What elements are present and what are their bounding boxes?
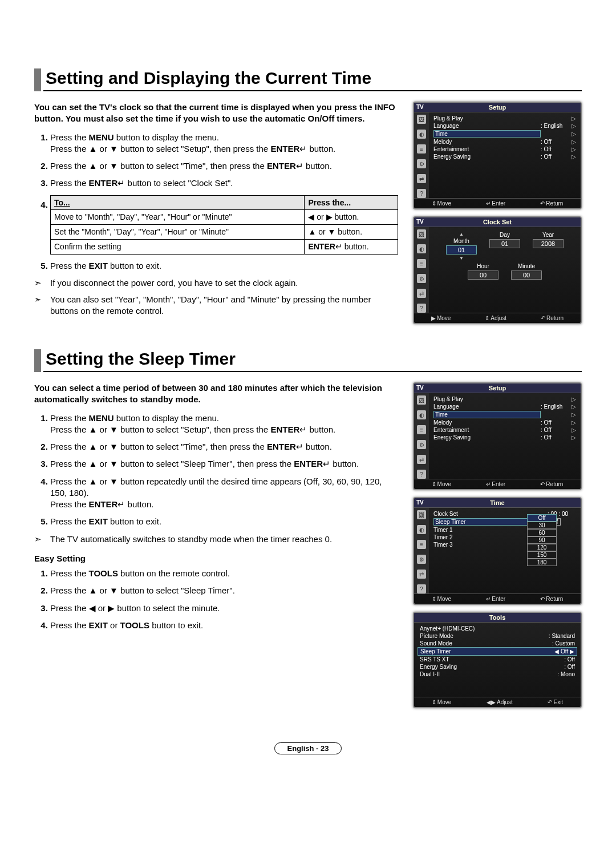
osd-setup-title: Setup xyxy=(414,103,581,112)
easy4-exit: EXIT xyxy=(89,620,108,630)
easy1-tools: TOOLS xyxy=(89,568,118,578)
channel-icon: ≡ xyxy=(417,425,426,434)
osd-tools-list: Anynet+ (HDMI-CEC)Picture Mode: Standard… xyxy=(414,623,581,697)
sound-icon: ◐ xyxy=(417,410,426,419)
intro-current-time: You can set the TV's clock so that the c… xyxy=(34,102,398,125)
table-r1c2: ◀ or ▶ button. xyxy=(305,210,398,225)
channel-icon: ≡ xyxy=(417,540,426,549)
table-r1c1: Move to "Month", "Day", "Year", "Hour" o… xyxy=(51,210,305,225)
step5-a: Press the xyxy=(50,261,89,270)
intro-sleep-timer: You can select a time period of between … xyxy=(34,382,398,406)
osd-time-list: Clock Set: 00 : 00Sleep TimerOffTimer 1:… xyxy=(429,508,581,593)
s2-step3-b: button. xyxy=(330,459,359,469)
s2-step3-enter: ENTER xyxy=(294,459,323,469)
page-footer: English - 23 xyxy=(34,742,582,754)
footer-move: Move xyxy=(432,596,451,602)
dropdown-option: 150 xyxy=(527,551,557,559)
s2-step2-b: button. xyxy=(303,442,332,451)
step5-b: button to exit. xyxy=(108,261,161,270)
footer-exit: Exit xyxy=(548,699,563,705)
clock-field: Hour00 xyxy=(468,263,499,280)
easy4-c: button to exit. xyxy=(149,620,203,630)
setup-icon: ⚙ xyxy=(417,440,426,449)
step1-c: Press the ▲ or ▼ button to select "Setup… xyxy=(50,144,270,154)
s2-step5-a: Press the xyxy=(50,516,89,526)
menu-item: Energy Saving: Off▷ xyxy=(432,153,577,160)
osd-setup-list: Plug & Play▷Language: English▷Time▷Melod… xyxy=(429,112,581,198)
osd-time-footer: Move Enter Return xyxy=(414,593,581,604)
dropdown-option: 60 xyxy=(527,529,557,536)
tools-item: Picture Mode: Standard xyxy=(418,632,577,640)
input-icon: ⇄ xyxy=(417,455,426,464)
osd-setup-title: Setup xyxy=(414,383,581,393)
steps-current-time: Press the MENU button to display the men… xyxy=(34,132,398,272)
step1-a: Press the xyxy=(50,132,89,142)
support-icon: ? xyxy=(417,304,426,313)
clock-field: Year2008 xyxy=(533,232,564,261)
s2-step4-c: button. xyxy=(125,499,153,509)
sound-icon: ◐ xyxy=(417,130,426,139)
footer-move: Move xyxy=(432,200,451,207)
footer-move: Move xyxy=(431,315,451,321)
setup-icon: ⚙ xyxy=(417,555,426,564)
footer-enter: Enter xyxy=(486,200,505,207)
step5-exit: EXIT xyxy=(89,261,108,270)
menu-item: Entertainment: Off▷ xyxy=(432,146,577,153)
heading-current-time: Setting and Displaying the Current Time xyxy=(43,68,582,91)
s2-step5-exit: EXIT xyxy=(89,516,108,526)
osd-tools: Tools Anynet+ (HDMI-CEC)Picture Mode: St… xyxy=(413,612,582,708)
footer-return: Return xyxy=(540,481,563,487)
footer-return: Return xyxy=(541,315,564,321)
menu-item: Time▷ xyxy=(432,130,577,138)
note-number-buttons: You can also set "Year", "Month", "Day",… xyxy=(34,294,398,317)
table-r3c1: Confirm the setting xyxy=(51,240,305,255)
note-standby: The TV automatically switches to standby… xyxy=(34,534,398,545)
setup-icon: ⚙ xyxy=(417,159,426,168)
easy2: Press the ▲ or ▼ button to select "Sleep… xyxy=(50,585,235,595)
picture-icon: 🖼 xyxy=(417,395,426,405)
menu-item: Plug & Play▷ xyxy=(432,115,577,122)
dropdown-option: 90 xyxy=(527,536,557,544)
osd-time-title: Time xyxy=(414,498,581,508)
osd-tv-label: TV xyxy=(416,104,424,110)
action-table: To... Press the... Move to "Month", "Day… xyxy=(50,195,398,255)
easy1-a: Press the xyxy=(50,568,89,578)
footer-return: Return xyxy=(540,200,563,207)
osd-setup-footer: Move Enter Return xyxy=(414,479,581,489)
step3-b: button to select "Clock Set". xyxy=(125,178,233,188)
s2-step3-a: Press the ▲ or ▼ button to select "Sleep… xyxy=(50,459,294,469)
osd-column-2: TV Setup 🖼 ◐ ≡ ⚙ ⇄ ? Plug & Play▷Languag… xyxy=(413,382,582,708)
osd-time: TV Time 🖼 ◐ ≡ ⚙ ⇄ ? Clock Set: 00 : 00Sl… xyxy=(413,497,582,605)
menu-item: Melody: Off▷ xyxy=(432,138,577,146)
clock-field: Minute00 xyxy=(511,263,542,280)
step2-b: button. xyxy=(303,161,332,171)
tools-item: Dual I-II: Mono xyxy=(418,671,577,678)
support-icon: ? xyxy=(417,189,426,198)
input-icon: ⇄ xyxy=(417,289,426,298)
menu-item: Plug & Play▷ xyxy=(432,395,577,403)
heading-bar: Setting and Displaying the Current Time xyxy=(34,68,582,91)
easy-steps: Press the TOOLS button on the remote con… xyxy=(34,568,398,631)
easy-setting-heading: Easy Setting xyxy=(34,553,398,564)
input-icon: ⇄ xyxy=(417,174,426,183)
step3-enter: ENTER xyxy=(89,178,118,188)
osd-setup-2: TV Setup 🖼 ◐ ≡ ⚙ ⇄ ? Plug & Play▷Languag… xyxy=(413,382,582,490)
heading-accent xyxy=(34,68,41,91)
osd-icon-strip: 🖼 ◐ ≡ ⚙ ⇄ ? xyxy=(414,227,429,313)
s2-step4-a: Press the ▲ or ▼ button repeatedly until… xyxy=(50,477,382,498)
dropdown-option: Off xyxy=(527,514,557,522)
footer-enter: Enter xyxy=(486,596,505,602)
footer-adjust: Adjust xyxy=(485,315,506,321)
menu-item: Entertainment: Off▷ xyxy=(432,426,577,434)
table-r3c2: ENTER↵ button. xyxy=(305,240,398,255)
osd-setup-list: Plug & Play▷Language: English▷Time▷Melod… xyxy=(429,393,581,479)
osd-tv-label: TV xyxy=(416,385,424,391)
step3-a: Press the xyxy=(50,178,89,188)
table-h1: To... xyxy=(51,195,305,210)
table-h2: Press the... xyxy=(305,195,398,210)
footer-move: Move xyxy=(432,481,451,487)
footer-adjust: Adjust xyxy=(487,699,513,705)
osd-column-1: TV Setup 🖼 ◐ ≡ ⚙ ⇄ ? Plug & Play▷Languag… xyxy=(413,102,582,324)
sound-icon: ◐ xyxy=(417,525,426,534)
dropdown-option: 120 xyxy=(527,544,557,551)
